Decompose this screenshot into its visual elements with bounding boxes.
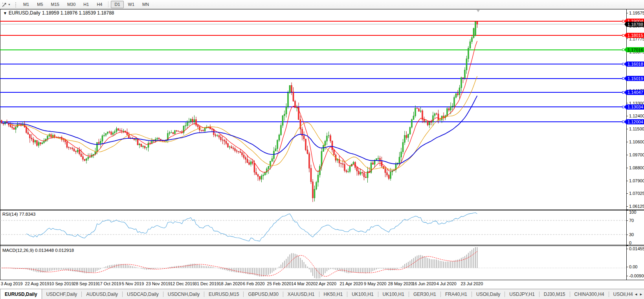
level-price-tag[interactable]: 1.13034: [624, 105, 644, 110]
level-handle[interactable]: [622, 49, 624, 51]
chart-tab-usdchf-daily[interactable]: USDCHF,Daily: [42, 289, 82, 299]
level-handle[interactable]: [622, 20, 624, 22]
candle: [341, 163, 342, 167]
candle: [222, 136, 223, 144]
level-handle[interactable]: [622, 121, 624, 123]
candle: [116, 127, 117, 134]
chart-tab-eurusd-m15[interactable]: EURUSD,M15: [204, 289, 243, 299]
candle: [42, 141, 43, 144]
chart-tab-usdcnh-daily[interactable]: USDCNH,Daily: [163, 289, 204, 299]
candle: [148, 141, 149, 152]
chart-tabs: EURUSD,DailyUSDCHF,DailyAUDUSD,DailyUSDC…: [0, 289, 644, 299]
level-handle[interactable]: [622, 106, 624, 108]
candle: [387, 169, 388, 177]
chart-tab-uk100-h1[interactable]: UK100,H1: [347, 289, 378, 299]
candle: [13, 127, 15, 130]
date-label: 28 May 2020: [388, 281, 413, 286]
candle: [215, 133, 216, 137]
date-label: 12 Dec 2019: [170, 281, 194, 286]
date-label: 18 Jan 2020: [218, 281, 242, 286]
level-handle[interactable]: [622, 77, 624, 79]
candle: [307, 146, 308, 154]
candle: [279, 134, 280, 142]
candle: [296, 105, 297, 112]
time-axis[interactable]: 3 Aug 201922 Aug 201910 Sep 201928 Sep 2…: [0, 280, 644, 288]
candle: [434, 112, 435, 118]
date-label: 10 Sep 2019: [49, 281, 73, 286]
candle: [356, 166, 358, 176]
collapse-chart-icon[interactable]: ▼: [3, 11, 7, 15]
level-handle[interactable]: [622, 92, 624, 94]
chart-tab-eurusd-daily[interactable]: EURUSD,Daily: [0, 289, 42, 299]
candle: [411, 119, 413, 128]
candle: [136, 138, 137, 142]
candle: [158, 137, 160, 139]
svg-text:1.14047: 1.14047: [627, 90, 643, 95]
svg-text:1.18788: 1.18788: [627, 22, 643, 27]
candle: [61, 136, 62, 141]
candle: [104, 132, 105, 137]
candle: [259, 176, 261, 181]
chart-tab-ger30-h1[interactable]: GER30,H1: [409, 289, 440, 299]
chart-tab-usdjpy-h1[interactable]: USDJPY,H1: [505, 289, 539, 299]
chart-shift-marker-icon[interactable]: [477, 10, 480, 12]
chart-tab-usdcad-daily[interactable]: USDCAD,Daily: [123, 289, 163, 299]
chart-tab-uk100-h1[interactable]: UK100,H1: [378, 289, 409, 299]
level-price-tag[interactable]: 1.16018: [624, 62, 644, 67]
candle: [111, 131, 112, 136]
horizontal-level-lines[interactable]: [0, 20, 626, 123]
candle: [38, 141, 39, 148]
candle: [300, 116, 301, 134]
rsi-panel: 10070300: [0, 210, 636, 245]
level-handle[interactable]: [622, 63, 624, 65]
candle: [305, 139, 306, 151]
tabs-scroll-right-icon[interactable]: ►: [639, 292, 643, 296]
date-label: 22 Aug 2019: [25, 281, 50, 286]
chart-tab-xauusd-h1[interactable]: XAUUSD,H1: [283, 289, 319, 299]
date-label: 4 Jul 2020: [437, 281, 457, 286]
candle: [83, 153, 84, 161]
price-tags: 1.190041.180151.170161.160181.150191.140…: [624, 18, 644, 124]
macd-tick-label: -0.009001: [629, 273, 644, 278]
price-axis[interactable]: 1.195751.186751.177751.168751.159751.150…: [626, 11, 644, 209]
candle: [378, 156, 379, 163]
candle: [183, 126, 184, 135]
chart-tab-gbpusd-m30[interactable]: GBPUSD,M30: [244, 289, 283, 299]
tabs-scroll-left-icon[interactable]: ◄: [634, 292, 638, 296]
level-price-tag[interactable]: 1.14047: [624, 90, 644, 95]
candle: [218, 134, 220, 139]
level-price-tag[interactable]: 1.15019: [624, 76, 644, 81]
candle: [73, 147, 75, 151]
candle: [261, 174, 262, 182]
candle: [211, 129, 213, 131]
level-price-tag[interactable]: 1.12004: [624, 119, 644, 124]
candle: [282, 115, 283, 128]
chart-tab-usoil-daily[interactable]: USOil,Daily: [472, 289, 505, 299]
candle: [371, 160, 372, 174]
level-handle[interactable]: [622, 35, 624, 37]
chart-tab-dj30-m15[interactable]: DJ30,M15: [539, 289, 570, 299]
candle: [455, 93, 457, 98]
svg-text:1.17016: 1.17016: [627, 48, 643, 52]
candle: [409, 127, 411, 135]
candle: [130, 137, 131, 139]
candle: [431, 120, 432, 125]
candle: [408, 134, 409, 142]
current-price-tag[interactable]: 1.18788: [624, 22, 644, 27]
chart-tab-china300-h4[interactable]: CHINA300,H4: [570, 289, 609, 299]
candle: [68, 146, 70, 150]
chart-tab-audusd-daily[interactable]: AUDUSD,Daily: [82, 289, 122, 299]
candle: [427, 121, 428, 126]
chart-tab-hk50-h1[interactable]: HK50,H1: [319, 289, 347, 299]
chart-tab-fra40-h1[interactable]: FRA40,H1: [441, 289, 472, 299]
candle: [238, 151, 239, 154]
date-label: 2 Apr 2020: [316, 281, 336, 286]
rsi-tick-label: 100: [629, 210, 636, 215]
candle: [91, 153, 92, 158]
date-label: 14 Mar 2020: [291, 281, 316, 286]
candle: [233, 146, 234, 150]
level-price-tag[interactable]: 1.18015: [624, 33, 644, 38]
candle: [250, 159, 251, 166]
level-price-tag[interactable]: 1.17016: [624, 47, 644, 52]
candlestick-series: [1, 21, 478, 202]
